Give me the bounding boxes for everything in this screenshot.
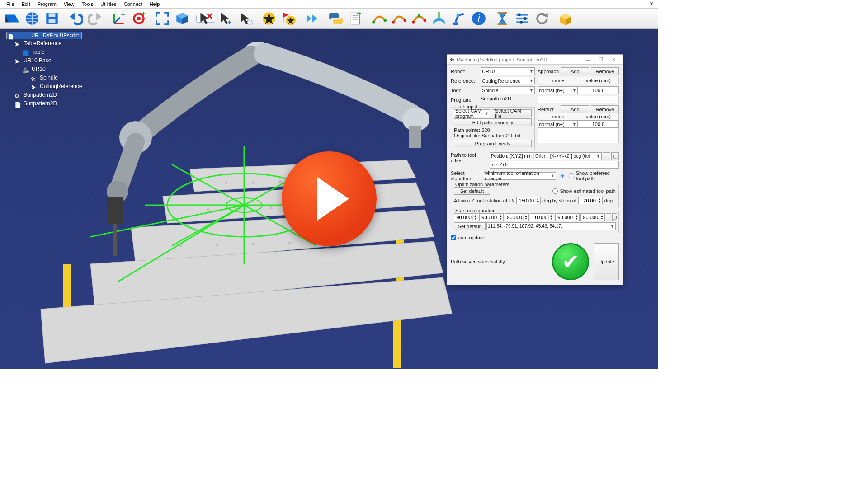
approach-mode-select[interactable]: normal (n+)▼ (538, 86, 578, 94)
fit-view-icon[interactable] (153, 9, 172, 28)
menu-connect[interactable]: Connect (120, 1, 146, 7)
reference-select[interactable]: CuttingReference▼ (481, 77, 535, 84)
retract-value-input[interactable]: 100.0 (578, 120, 619, 128)
allow-z-val-spin[interactable]: ▲▼ (516, 197, 541, 204)
algo-select[interactable]: Minimum tool orientation change▼ (484, 172, 556, 180)
rotz-input[interactable]: rotZ(0) (490, 161, 619, 169)
tree-item[interactable]: ⚙Sunpattern2D (6, 91, 82, 99)
cube-icon: 🟦 (23, 49, 29, 56)
tree-item[interactable]: 🛠Spindle (6, 74, 82, 82)
select-move-icon[interactable]: + (216, 9, 235, 28)
menu-utilities[interactable]: Utilities (97, 1, 120, 7)
surface-icon[interactable] (429, 9, 448, 28)
panel-titlebar[interactable]: 🛠 Machining/welding project: Sunpattern2… (447, 55, 623, 65)
collision-flag-icon[interactable] (279, 9, 298, 28)
open-station-icon[interactable] (3, 9, 22, 28)
tree-root[interactable]: 📄 UR - DXF to URscript (6, 32, 82, 39)
window-close-icon[interactable]: ✕ (649, 1, 656, 7)
j1-spin[interactable]: ▲▼ (454, 213, 478, 221)
tree-item[interactable]: 🟦Table (6, 48, 82, 56)
select-cam-file-button[interactable]: Select CAM file (492, 109, 532, 117)
edit-path-button[interactable]: Edit path manually (454, 118, 532, 126)
select-no-icon[interactable] (196, 15, 215, 23)
refresh-icon[interactable] (533, 9, 552, 28)
auto-update-checkbox[interactable]: auto update (451, 235, 619, 240)
svg-point-77 (270, 206, 273, 209)
allow-z-step-spin[interactable]: ▲▼ (578, 197, 603, 204)
menu-file[interactable]: File (3, 1, 18, 7)
redo-icon[interactable] (86, 9, 105, 28)
select-cam-program[interactable]: Select CAM program▼ (454, 109, 490, 117)
select-rect-icon[interactable] (236, 9, 255, 28)
play-overlay-icon[interactable] (282, 151, 377, 246)
panel-close-icon[interactable]: ✕ (607, 56, 620, 62)
curve-2-icon[interactable] (390, 9, 409, 28)
robot-select[interactable]: UR10▼ (481, 67, 535, 75)
cfg-btn-1[interactable]: ⋯ (606, 213, 611, 221)
approach-value-input[interactable]: 100.0 (578, 86, 619, 94)
j3-spin[interactable]: ▲▼ (505, 213, 529, 221)
machining-panel[interactable]: 🛠 Machining/welding project: Sunpattern2… (447, 54, 623, 285)
approach-add-button[interactable]: Add (561, 67, 589, 75)
collision-icon[interactable] (259, 9, 278, 28)
panel-minimize-icon[interactable]: — (582, 57, 594, 62)
opt-set-default-button[interactable]: Set default (454, 187, 490, 195)
j2-spin[interactable]: ▲▼ (479, 213, 504, 221)
open-web-icon[interactable] (23, 9, 42, 28)
offset-btn-2[interactable]: ▢ (611, 152, 619, 160)
cfg-btn-2[interactable]: ▢ (612, 213, 617, 221)
update-button[interactable]: Update (594, 243, 619, 280)
opt-params-legend: Optimization parameters (454, 182, 511, 187)
tree-item[interactable]: ⮞TableReference (6, 39, 82, 48)
offset-btn-1[interactable]: ⋯ (603, 152, 610, 160)
solved-config-select[interactable]: 111.54, -79.91, 107.92, 45.43, 54.17,▼ (486, 222, 616, 230)
undo-icon[interactable] (66, 9, 85, 28)
menu-help[interactable]: Help (146, 1, 164, 7)
new-script-icon[interactable]: + (346, 9, 365, 28)
add-frame-icon[interactable]: + (109, 9, 128, 28)
retract-list[interactable] (538, 128, 619, 143)
cfg-set-default-button[interactable]: Set default (454, 222, 486, 230)
python-icon[interactable] (326, 9, 345, 28)
j5-spin[interactable]: ▲▼ (555, 213, 580, 221)
curve-3-icon[interactable] (410, 9, 429, 28)
tree-item[interactable]: 🦾UR10 (6, 65, 82, 74)
menu-view[interactable]: View (60, 1, 78, 7)
package-icon[interactable] (556, 9, 575, 28)
robot-arm-icon[interactable] (449, 9, 468, 28)
show-preferred-radio[interactable]: Show preferred tool path (569, 170, 619, 181)
reference-value: CuttingReference (482, 78, 521, 84)
retract-mode-select[interactable]: normal (n+)▼ (538, 120, 578, 128)
tool-select[interactable]: Spindle▼ (481, 86, 535, 94)
save-icon[interactable] (42, 9, 61, 28)
approach-remove-button[interactable]: Remove (591, 67, 619, 75)
menu-tools[interactable]: Tools (78, 1, 97, 7)
program-events-button[interactable]: Program Events (454, 140, 532, 147)
curve-1-icon[interactable] (370, 9, 389, 28)
j4-spin[interactable]: ▲▼ (530, 213, 554, 221)
panel-maximize-icon[interactable]: ☐ (594, 56, 607, 62)
svg-marker-32 (307, 15, 311, 23)
menu-program[interactable]: Program (34, 1, 60, 7)
algo-add-icon[interactable]: ＋ (559, 171, 566, 181)
add-target-icon[interactable]: + (129, 9, 148, 28)
3d-workspace[interactable]: 📄 UR - DXF to URscript ⮞TableReference 🟦… (0, 29, 658, 369)
retract-add-button[interactable]: Add (561, 105, 589, 113)
fast-forward-icon[interactable] (303, 9, 322, 28)
svg-marker-6 (70, 13, 75, 20)
show-estimated-radio[interactable]: Show estimated tool path (552, 188, 616, 194)
approach-list[interactable] (538, 96, 619, 103)
settings-bars-icon[interactable] (513, 9, 532, 28)
tree-item[interactable]: ⮞UR10 Base (6, 56, 82, 65)
tree-item[interactable]: ⮞CuttingReference (6, 82, 82, 91)
frame-icon: ⮞ (31, 84, 37, 90)
tree-item[interactable]: 📄Sunpattern2D (6, 99, 82, 108)
iso-view-icon[interactable] (173, 9, 192, 28)
info-icon[interactable]: i (469, 9, 488, 28)
hourglass-icon[interactable] (493, 9, 512, 28)
retract-remove-button[interactable]: Remove (591, 105, 619, 113)
j6-spin[interactable]: ▲▼ (580, 213, 605, 221)
menu-edit[interactable]: Edit (18, 1, 34, 7)
pos-orient-select[interactable]: Position: [X,Y,Z] mm | Orient: [X->Y'->Z… (490, 152, 602, 160)
station-tree[interactable]: 📄 UR - DXF to URscript ⮞TableReference 🟦… (6, 32, 82, 108)
